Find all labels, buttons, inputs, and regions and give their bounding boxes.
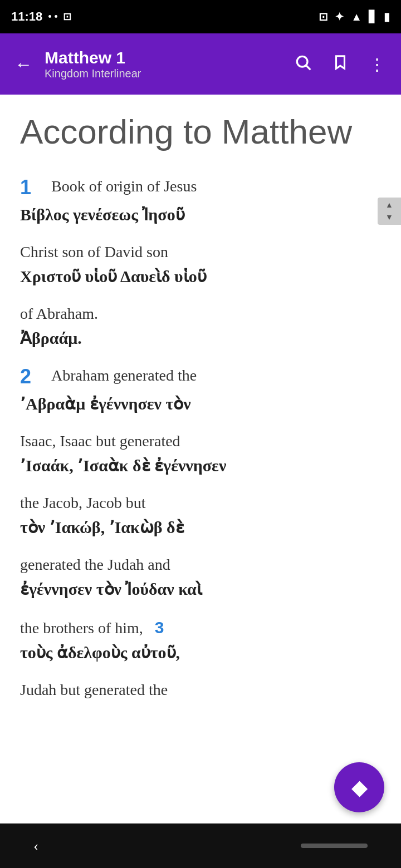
verse-2-number: 2 bbox=[20, 364, 47, 390]
back-button[interactable]: ← bbox=[11, 51, 36, 78]
nav-bar: ‹ bbox=[0, 823, 401, 868]
translation-label: Kingdom Interlinear bbox=[45, 67, 282, 80]
verse-1-english: Book of origin of Jesus bbox=[51, 175, 381, 198]
verse-1: 1 Book of origin of Jesus Βίβλος γενέσεω… bbox=[20, 175, 381, 227]
verse-2-cont4: the brothers of him, 3 τοὺς ἀδελφοὺς αὐτ… bbox=[20, 615, 381, 665]
app-title-area: Matthew 1 Kingdom Interlinear bbox=[45, 48, 282, 80]
verse-2-cont2-greek: τὸν ʼΙακώβ, ʼΙακὼβ δὲ bbox=[20, 515, 381, 540]
verse-2-cont3-english: generated the Judah and bbox=[20, 553, 381, 576]
signal-icon: ▋ bbox=[369, 10, 377, 23]
dot-icons: ⦁ ⦁ bbox=[48, 12, 57, 22]
scroll-down-button[interactable]: ▼ bbox=[385, 212, 393, 223]
verse-2: 2 Abraham generated the ʼΑβραὰμ ἐγέννησε… bbox=[20, 364, 381, 416]
screenshot-icon: ⊡ bbox=[63, 11, 71, 23]
chapter-title: Matthew 1 bbox=[45, 48, 282, 67]
nav-back-button[interactable]: ‹ bbox=[33, 837, 38, 855]
app-bar-actions: ⋮ bbox=[291, 50, 390, 78]
verse-2-cont3: generated the Judah and ἐγέννησεν τὸν Ἰο… bbox=[20, 553, 381, 601]
main-content: ▲ ▼ According to Matthew 1 Book of origi… bbox=[0, 95, 401, 782]
scroll-up-button[interactable]: ▲ bbox=[385, 200, 393, 211]
verse-1-cont2-english: of Abraham. bbox=[20, 302, 381, 326]
verse-1-row: 1 Book of origin of Jesus bbox=[20, 175, 381, 201]
time-display: 11:18 bbox=[11, 9, 42, 24]
verse-2-cont1: Isaac, Isaac but generated ʼΙσαάκ, ʼΙσαὰ… bbox=[20, 430, 381, 478]
battery-icon: ▮ bbox=[384, 10, 390, 23]
bookmark-button[interactable] bbox=[329, 50, 352, 78]
diamond-icon: ◆ bbox=[351, 775, 368, 800]
verse-3-number: 3 bbox=[155, 618, 164, 637]
verse-2-row: 2 Abraham generated the bbox=[20, 364, 381, 390]
verse-1-cont2-greek: Ἀβραάμ. bbox=[20, 326, 381, 351]
status-bar: 11:18 ⦁ ⦁ ⊡ ⊡ ✦ ▲ ▋ ▮ bbox=[0, 0, 401, 33]
verse-3-prefix: Judah but generated the bbox=[20, 678, 381, 702]
verse-2-cont1-greek: ʼΙσαάκ, ʼΙσαὰκ δὲ ἐγέννησεν bbox=[20, 453, 381, 478]
cast-icon: ⊡ bbox=[319, 10, 328, 23]
search-icon bbox=[294, 53, 312, 71]
nav-pill bbox=[301, 844, 368, 848]
verse-1-number: 1 bbox=[20, 175, 47, 201]
verse-2-cont2: the Jacob, Jacob but τὸν ʼΙακώβ, ʼΙακὼβ … bbox=[20, 491, 381, 540]
bookmark-icon bbox=[332, 53, 349, 71]
back-icon: ← bbox=[14, 54, 32, 74]
status-time-area: 11:18 ⦁ ⦁ ⊡ bbox=[11, 9, 71, 24]
verse-2-cont2-english: the Jacob, Jacob but bbox=[20, 491, 381, 515]
scroll-control[interactable]: ▲ ▼ bbox=[378, 198, 401, 225]
search-button[interactable] bbox=[291, 50, 315, 78]
svg-line-1 bbox=[306, 66, 310, 70]
verse-2-cont4-english: the brothers of him, 3 bbox=[20, 615, 381, 640]
verse-2-greek: ʼΑβραὰμ ἐγέννησεν τὸν bbox=[20, 391, 381, 416]
verse-3-start: Judah but generated the bbox=[20, 678, 381, 702]
verse-2-cont1-english: Isaac, Isaac but generated bbox=[20, 430, 381, 453]
book-title: According to Matthew bbox=[20, 111, 381, 152]
app-bar: ← Matthew 1 Kingdom Interlinear ⋮ bbox=[0, 33, 401, 95]
verse-1-cont2: of Abraham. Ἀβραάμ. bbox=[20, 302, 381, 351]
more-button[interactable]: ⋮ bbox=[365, 51, 390, 77]
verse-2-prefix: Abraham generated the bbox=[51, 364, 381, 387]
verse-1-cont1: Christ son of David son Χριστοῦ υἱοῦ Δαυ… bbox=[20, 240, 381, 289]
verse-1-greek: Βίβλος γενέσεως Ἰησοῦ bbox=[20, 202, 381, 227]
wifi-icon: ▲ bbox=[351, 11, 362, 23]
verse-2-cont3-greek: ἐγέννησεν τὸν Ἰούδαν καὶ bbox=[20, 576, 381, 601]
status-icons: ⊡ ✦ ▲ ▋ ▮ bbox=[319, 10, 390, 23]
verse-2-cont4-greek: τοὺς ἀδελφοὺς αὐτοῦ, bbox=[20, 640, 381, 665]
bluetooth-icon: ✦ bbox=[335, 10, 344, 23]
fab-button[interactable]: ◆ bbox=[334, 762, 384, 812]
svg-point-0 bbox=[297, 56, 307, 67]
verse-1-cont1-greek: Χριστοῦ υἱοῦ Δαυεὶδ υἱοῦ bbox=[20, 264, 381, 289]
verse-1-cont1-english: Christ son of David son bbox=[20, 240, 381, 264]
